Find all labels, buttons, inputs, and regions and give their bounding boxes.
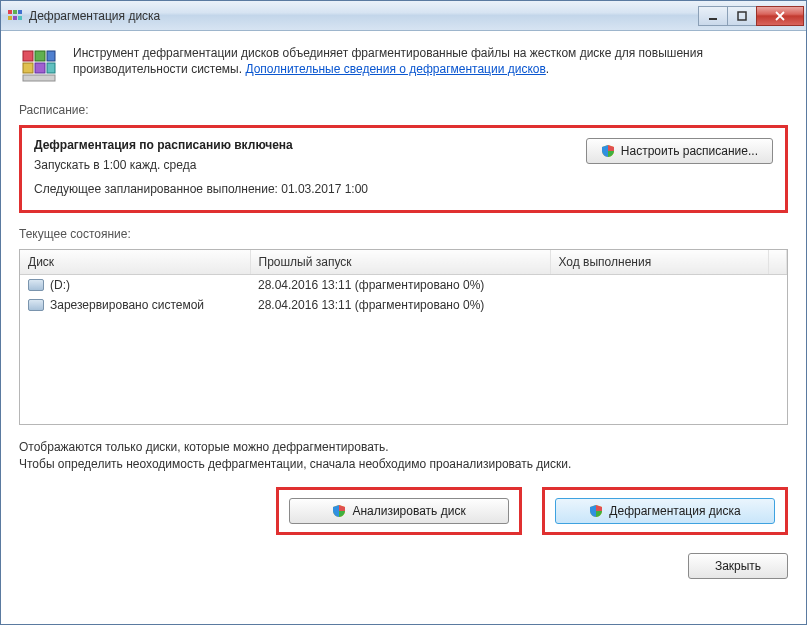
close-label: Закрыть (715, 559, 761, 573)
configure-schedule-label: Настроить расписание... (621, 144, 758, 158)
defrag-icon (19, 45, 59, 85)
disk-name: (D:) (50, 278, 70, 292)
disk-last-run: 28.04.2016 13:11 (фрагментировано 0%) (250, 295, 550, 315)
svg-rect-13 (47, 63, 55, 73)
window-title: Дефрагментация диска (29, 9, 699, 23)
disk-icon (28, 299, 44, 311)
svg-rect-12 (35, 63, 45, 73)
schedule-status-title: Дефрагментация по расписанию включена (34, 138, 574, 152)
schedule-section-label: Расписание: (19, 103, 788, 117)
svg-rect-14 (23, 75, 55, 81)
svg-rect-6 (709, 18, 717, 20)
table-row[interactable]: Зарезервировано системой 28.04.2016 13:1… (20, 295, 787, 315)
disk-progress (550, 275, 769, 296)
intro-text-suffix: . (546, 62, 549, 76)
svg-rect-10 (47, 51, 55, 61)
close-row: Закрыть (19, 553, 788, 579)
schedule-next-run: Следующее запланированное выполнение: 01… (34, 182, 574, 196)
footer-line-1: Отображаются только диски, которые можно… (19, 439, 788, 456)
schedule-run-at: Запускать в 1:00 кажд. среда (34, 158, 574, 172)
close-window-button[interactable] (756, 6, 804, 26)
defrag-label: Дефрагментация диска (609, 504, 740, 518)
status-section-label: Текущее состояние: (19, 227, 788, 241)
intro-block: Инструмент дефрагментации дисков объедин… (19, 45, 788, 85)
analyze-label: Анализировать диск (352, 504, 465, 518)
svg-rect-11 (23, 63, 33, 73)
svg-rect-1 (13, 10, 17, 14)
learn-more-link[interactable]: Дополнительные сведения о дефрагментации… (245, 62, 545, 76)
disk-table[interactable]: Диск Прошлый запуск Ход выполнения (D:) … (19, 249, 788, 425)
disk-last-run: 28.04.2016 13:11 (фрагментировано 0%) (250, 275, 550, 296)
maximize-button[interactable] (727, 6, 757, 26)
disk-name: Зарезервировано системой (50, 298, 204, 312)
svg-rect-9 (35, 51, 45, 61)
intro-text: Инструмент дефрагментации дисков объедин… (73, 45, 788, 85)
app-icon (7, 8, 23, 24)
footer-note: Отображаются только диски, которые можно… (19, 439, 788, 473)
footer-line-2: Чтобы определить неоходимость дефрагмент… (19, 456, 788, 473)
svg-rect-7 (738, 12, 746, 20)
content-area: Инструмент дефрагментации дисков объедин… (1, 31, 806, 624)
svg-rect-5 (18, 16, 22, 20)
col-spacer (769, 250, 787, 275)
schedule-info: Дефрагментация по расписанию включена За… (34, 138, 574, 196)
disk-progress (550, 295, 769, 315)
action-buttons-row: Анализировать диск Дефрагментация диска (19, 487, 788, 535)
svg-rect-8 (23, 51, 33, 61)
table-header-row: Диск Прошлый запуск Ход выполнения (20, 250, 787, 275)
table-row[interactable]: (D:) 28.04.2016 13:11 (фрагментировано 0… (20, 275, 787, 296)
window-controls (699, 6, 804, 26)
analyze-disk-button[interactable]: Анализировать диск (289, 498, 509, 524)
svg-rect-3 (8, 16, 12, 20)
svg-rect-0 (8, 10, 12, 14)
svg-rect-2 (18, 10, 22, 14)
shield-icon (601, 144, 615, 158)
minimize-button[interactable] (698, 6, 728, 26)
svg-rect-4 (13, 16, 17, 20)
disk-icon (28, 279, 44, 291)
shield-icon (332, 504, 346, 518)
schedule-box: Дефрагментация по расписанию включена За… (19, 125, 788, 213)
defrag-window: Дефрагментация диска (0, 0, 807, 625)
col-disk[interactable]: Диск (20, 250, 250, 275)
col-last-run[interactable]: Прошлый запуск (250, 250, 550, 275)
defrag-highlight: Дефрагментация диска (542, 487, 788, 535)
shield-icon (589, 504, 603, 518)
analyze-highlight: Анализировать диск (276, 487, 522, 535)
titlebar[interactable]: Дефрагментация диска (1, 1, 806, 31)
col-progress[interactable]: Ход выполнения (550, 250, 769, 275)
configure-schedule-button[interactable]: Настроить расписание... (586, 138, 773, 164)
close-button[interactable]: Закрыть (688, 553, 788, 579)
defrag-disk-button[interactable]: Дефрагментация диска (555, 498, 775, 524)
